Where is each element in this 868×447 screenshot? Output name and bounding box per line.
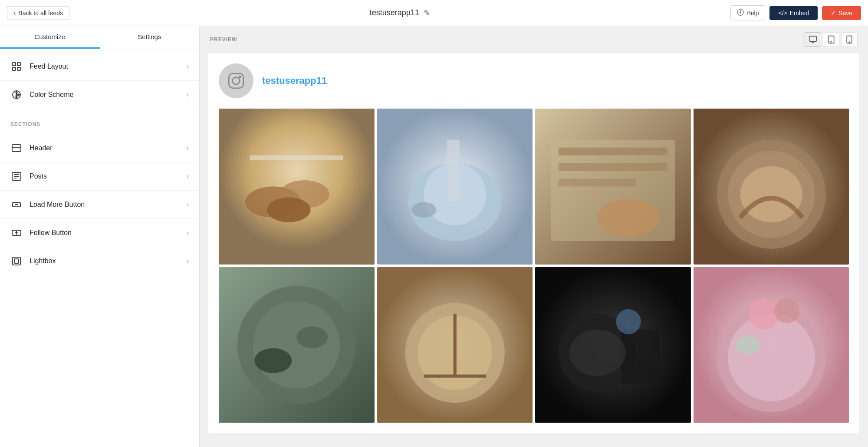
posts-chevron-icon: › bbox=[187, 172, 189, 180]
sidebar-item-follow-button[interactable]: Follow Button › bbox=[0, 219, 199, 247]
save-button-label: Save bbox=[838, 10, 852, 17]
embed-button-label: Embed bbox=[790, 10, 809, 17]
svg-rect-2 bbox=[13, 67, 16, 70]
sidebar-item-follow-left: Follow Button bbox=[10, 227, 72, 239]
grid-item-6[interactable] bbox=[377, 267, 533, 423]
sidebar-item-load-more-left: Load More Button bbox=[10, 199, 85, 211]
posts-icon bbox=[10, 170, 23, 182]
feed-name: testuserapp11 bbox=[370, 8, 419, 17]
grid-item-4[interactable] bbox=[694, 109, 849, 265]
device-toggles bbox=[805, 32, 858, 47]
grid-item-1[interactable] bbox=[219, 109, 375, 265]
tablet-device-button[interactable] bbox=[823, 32, 839, 47]
back-button[interactable]: ‹ Back to all feeds bbox=[7, 6, 69, 20]
sidebar-item-posts[interactable]: Posts › bbox=[0, 162, 199, 191]
svg-rect-5 bbox=[12, 145, 21, 152]
svg-point-68 bbox=[735, 335, 760, 354]
profile-username: testuserapp11 bbox=[262, 75, 327, 86]
sidebar-item-color-scheme[interactable]: Color Scheme › bbox=[0, 81, 199, 109]
instagram-icon bbox=[227, 72, 245, 89]
sidebar-tabs: Customize Settings bbox=[0, 26, 199, 49]
svg-point-61 bbox=[616, 309, 641, 334]
save-button[interactable]: ✓ Save bbox=[822, 6, 861, 20]
svg-point-37 bbox=[411, 202, 436, 218]
sidebar-item-feed-layout[interactable]: Feed Layout › bbox=[0, 53, 199, 81]
sidebar-item-color-scheme-left: Color Scheme bbox=[10, 89, 73, 101]
food-image-6 bbox=[377, 267, 533, 423]
svg-point-62 bbox=[569, 329, 625, 376]
lightbox-icon bbox=[10, 255, 23, 267]
sidebar-item-load-more-button[interactable]: Load More Button › bbox=[0, 191, 199, 219]
svg-rect-36 bbox=[447, 140, 460, 202]
color-scheme-icon bbox=[10, 89, 23, 101]
svg-point-24 bbox=[849, 42, 850, 43]
posts-label: Posts bbox=[30, 172, 47, 180]
svg-point-50 bbox=[253, 301, 340, 388]
lightbox-chevron-icon: › bbox=[187, 257, 189, 265]
load-more-button-label: Load More Button bbox=[30, 201, 85, 209]
svg-point-66 bbox=[748, 298, 779, 329]
svg-point-27 bbox=[240, 76, 241, 77]
embed-code-icon: </> bbox=[778, 10, 787, 17]
embed-button[interactable]: </> Embed bbox=[769, 6, 818, 20]
grid-item-2[interactable] bbox=[377, 109, 533, 265]
topbar-left: ‹ Back to all feeds bbox=[7, 6, 69, 20]
sidebar-item-posts-left: Posts bbox=[10, 170, 47, 182]
color-scheme-label: Color Scheme bbox=[30, 91, 73, 99]
food-image-1 bbox=[219, 109, 375, 265]
grid-item-5[interactable] bbox=[219, 267, 375, 423]
preview-label: PREVIEW bbox=[210, 36, 237, 43]
topbar-center: testuserapp11 ✎ bbox=[370, 8, 430, 18]
back-arrow-icon: ‹ bbox=[13, 9, 16, 17]
mobile-device-button[interactable] bbox=[841, 32, 858, 47]
help-button[interactable]: ⓘ Help bbox=[730, 5, 766, 20]
follow-button-icon bbox=[10, 227, 23, 239]
svg-point-22 bbox=[831, 41, 832, 42]
help-circle-icon: ⓘ bbox=[737, 8, 744, 17]
desktop-device-button[interactable] bbox=[805, 32, 821, 47]
svg-rect-1 bbox=[17, 63, 20, 66]
load-more-chevron-icon: › bbox=[187, 201, 189, 209]
svg-rect-25 bbox=[229, 73, 243, 88]
sidebar-item-lightbox[interactable]: Lightbox › bbox=[0, 247, 199, 275]
sidebar-item-header[interactable]: Header › bbox=[0, 134, 199, 162]
feed-layout-chevron-icon: › bbox=[187, 63, 189, 70]
grid-item-3[interactable] bbox=[535, 109, 691, 265]
help-button-label: Help bbox=[746, 10, 759, 17]
header-chevron-icon: › bbox=[187, 144, 189, 152]
svg-rect-40 bbox=[559, 148, 667, 156]
profile-header: testuserapp11 bbox=[219, 63, 849, 98]
preview-header: PREVIEW bbox=[200, 26, 868, 53]
grid-item-8[interactable] bbox=[694, 267, 849, 423]
sidebar: Customize Settings bbox=[0, 26, 200, 447]
header-icon bbox=[10, 142, 23, 154]
svg-point-67 bbox=[774, 298, 799, 323]
follow-button-label: Follow Button bbox=[30, 229, 72, 237]
topbar-right: ⓘ Help </> Embed ✓ Save bbox=[730, 5, 861, 20]
feed-layout-icon bbox=[10, 60, 23, 73]
svg-point-52 bbox=[296, 326, 328, 348]
svg-point-26 bbox=[233, 77, 240, 85]
profile-avatar bbox=[219, 63, 253, 98]
desktop-icon bbox=[809, 35, 817, 44]
svg-rect-18 bbox=[809, 36, 817, 42]
svg-rect-17 bbox=[14, 259, 19, 263]
svg-rect-41 bbox=[559, 163, 667, 171]
sidebar-section-items: Header › Posts › bbox=[0, 131, 199, 279]
svg-point-47 bbox=[740, 166, 802, 222]
tab-customize[interactable]: Customize bbox=[0, 26, 100, 49]
tab-settings[interactable]: Settings bbox=[100, 26, 200, 49]
header-label: Header bbox=[30, 144, 52, 152]
checkmark-icon: ✓ bbox=[831, 10, 836, 17]
sidebar-item-header-left: Header bbox=[10, 142, 52, 154]
main-layout: Customize Settings bbox=[0, 26, 868, 447]
image-grid bbox=[219, 109, 849, 423]
svg-rect-16 bbox=[13, 257, 20, 265]
edit-icon[interactable]: ✎ bbox=[424, 8, 430, 18]
back-button-label: Back to all feeds bbox=[18, 10, 63, 17]
feed-layout-label: Feed Layout bbox=[30, 63, 68, 70]
svg-point-43 bbox=[597, 199, 659, 236]
food-image-8 bbox=[694, 267, 849, 423]
grid-item-7[interactable] bbox=[535, 267, 691, 423]
food-image-3 bbox=[535, 109, 691, 265]
